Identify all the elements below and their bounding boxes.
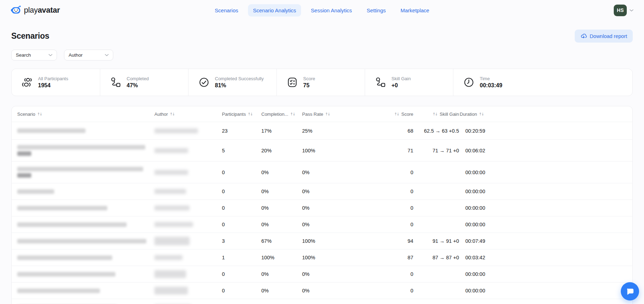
redacted-scenario-name — [17, 151, 31, 156]
main-content: Scenarios Download report Search Author — [0, 30, 644, 304]
playavatar-robot-icon — [11, 6, 21, 15]
duration-cell: 00:00:00 — [460, 271, 509, 277]
author-cell — [154, 205, 222, 210]
chevron-down-icon[interactable] — [630, 9, 633, 12]
scenario-cell — [17, 289, 154, 293]
redacted-scenario-name — [17, 255, 112, 260]
tab-marketplace[interactable]: Marketplace — [396, 4, 434, 17]
column-header-author[interactable]: Author↑↓ — [154, 112, 222, 117]
table-row[interactable]: 00%0%000:00:00 — [12, 183, 632, 200]
redacted-author-name — [154, 189, 186, 194]
table-header-row: Scenario↑↓Author↑↓Participants↑↓Completi… — [12, 106, 632, 122]
column-header-duration[interactable]: Duration↑↓ — [460, 112, 509, 117]
redacted-scenario-name — [17, 206, 107, 210]
redacted-scenario-name — [17, 222, 127, 227]
participants-cell: 0 — [222, 271, 261, 277]
column-label: Skill Gain — [440, 112, 459, 117]
duration-cell: 00:00:00 — [460, 288, 509, 293]
table-row[interactable]: 00%0%000:00:00 — [12, 216, 632, 233]
sort-icon: ↑↓ — [248, 112, 253, 116]
tab-session-analytics[interactable]: Session Analytics — [306, 4, 357, 17]
stat-time: Time00:03:49 — [453, 69, 632, 96]
score-cell: 94 — [355, 238, 414, 244]
table-row[interactable]: 00%0%000:00:00 — [12, 200, 632, 216]
tab-scenarios[interactable]: Scenarios — [210, 4, 243, 17]
completion-cell: 17% — [261, 128, 302, 134]
download-report-button[interactable]: Download report — [575, 30, 633, 43]
table-row[interactable]: 00%0%000:00:00 — [12, 161, 632, 183]
author-cell — [154, 148, 222, 153]
column-header-pass-rate[interactable]: Pass Rate↑↓ — [302, 112, 355, 117]
redacted-author-name — [154, 170, 188, 175]
column-header-participants[interactable]: Participants↑↓ — [222, 112, 261, 117]
stat-value: 47% — [127, 82, 149, 89]
stat-completed-successfully: Completed Successfully81% — [188, 69, 276, 96]
stat-label: Time — [480, 76, 502, 81]
table-row[interactable]: 2317%25%6862.5 → 63 +0.500:20:59 — [12, 122, 632, 139]
user-menu[interactable]: HS — [614, 5, 633, 16]
sort-icon: ↑↓ — [432, 112, 438, 116]
user-avatar[interactable]: HS — [614, 5, 627, 16]
skill-gain-cell: 62.5 → 63 +0.5 — [414, 128, 460, 134]
column-header-score[interactable]: ↑↓Score — [355, 112, 414, 117]
pass-rate-cell: 0% — [302, 271, 355, 277]
stat-label: All Participants — [38, 76, 68, 81]
participants-cell: 1 — [222, 255, 261, 260]
brand-name-play: play — [24, 6, 38, 14]
main-nav: ScenariosScenario AnalyticsSession Analy… — [210, 4, 434, 17]
completion-cell: 0% — [261, 205, 302, 211]
scenario-cell — [17, 189, 154, 194]
redacted-scenario-name — [17, 189, 54, 194]
sort-icon: ↑↓ — [37, 112, 43, 116]
score-cell: 0 — [355, 271, 414, 277]
table-row[interactable]: 00%0%000:00:00 — [12, 282, 632, 299]
column-header-scenario[interactable]: Scenario↑↓ — [17, 112, 154, 117]
score-cell: 68 — [355, 128, 414, 134]
chevron-down-icon — [105, 54, 109, 56]
score-cell: 0 — [355, 170, 414, 175]
score-cell: 87 — [355, 255, 414, 260]
chat-widget-button[interactable] — [621, 282, 639, 300]
redacted-scenario-name — [17, 272, 115, 277]
duration-cell: 00:06:02 — [460, 148, 509, 153]
page-title: Scenarios — [11, 31, 49, 41]
participants-cell: 0 — [222, 170, 261, 175]
stat-value: 00:03:49 — [480, 82, 502, 89]
score-cell: 0 — [355, 222, 414, 227]
table-row[interactable]: 520%100%7171 → 71 +000:06:02 — [12, 139, 632, 161]
duration-cell: 00:00:00 — [460, 170, 509, 175]
table-row[interactable]: 1100%100%8787 → 87 +000:03:42 — [12, 249, 632, 266]
author-dropdown[interactable]: Author — [64, 50, 113, 61]
author-cell — [154, 270, 222, 278]
completion-cell: 0% — [261, 189, 302, 194]
flow-icon — [375, 77, 386, 88]
brand-logo: playavatar — [11, 6, 60, 15]
column-header-skill-gain[interactable]: ↑↓Skill Gain — [414, 112, 460, 117]
participants-cell: 0 — [222, 205, 261, 211]
table-row[interactable]: 00%0%000:00:00 — [12, 299, 632, 304]
stat-value: +0 — [391, 82, 411, 89]
search-dropdown-label: Search — [16, 52, 31, 58]
redacted-scenario-name — [17, 167, 143, 171]
duration-cell: 00:07:49 — [460, 238, 509, 244]
table-row[interactable]: 00%0%000:00:00 — [12, 266, 632, 282]
tab-scenario-analytics[interactable]: Scenario Analytics — [248, 4, 301, 17]
participants-cell: 3 — [222, 238, 261, 244]
redacted-author-name — [154, 222, 193, 227]
column-label: Pass Rate — [302, 112, 323, 117]
search-dropdown[interactable]: Search — [11, 50, 57, 61]
table-row[interactable]: 367%100%9491 → 91 +000:07:49 — [12, 233, 632, 249]
redacted-scenario-name — [17, 289, 100, 293]
author-cell — [154, 255, 222, 260]
flow-icon — [110, 77, 121, 88]
author-dropdown-label: Author — [69, 52, 83, 58]
checklist-icon — [287, 77, 298, 88]
stat-skill-gain: Skill Gain+0 — [365, 69, 453, 96]
column-label: Score — [401, 112, 413, 117]
redacted-scenario-name — [17, 145, 145, 150]
author-cell — [154, 189, 222, 194]
column-header-completion[interactable]: Completion...↑↓ — [261, 112, 302, 117]
completion-cell: 0% — [261, 271, 302, 277]
redacted-author-name — [154, 128, 198, 133]
tab-settings[interactable]: Settings — [362, 4, 391, 17]
